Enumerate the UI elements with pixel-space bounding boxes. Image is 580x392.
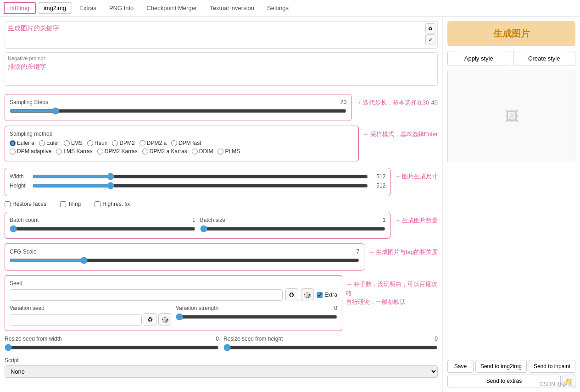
sampling-steps-box: Sampling Steps 20 bbox=[5, 94, 351, 121]
batch-size-slider[interactable] bbox=[200, 225, 386, 232]
prompt-icon-recycle[interactable]: ♻ bbox=[425, 23, 435, 33]
annotation-sampling: → 采样模式，基本选择Euler bbox=[362, 126, 438, 138]
sampling-methods-row1: Euler a Euler LMS Heun DPM2 DPM2 a DPM f… bbox=[10, 140, 354, 146]
var-strength-slider[interactable] bbox=[176, 313, 337, 320]
width-row: Width 512 bbox=[10, 173, 385, 180]
negative-prompt-input[interactable]: 排除的关键字 bbox=[8, 63, 435, 81]
radio-dpm2[interactable]: DPM2 bbox=[112, 140, 134, 146]
sampling-methods-row2: DPM adaptive LMS Karras DPM2 Karras DPM2… bbox=[10, 148, 354, 155]
size-wrapper: Width 512 Height 512 → 图片生成尺寸 bbox=[5, 168, 438, 201]
sampling-steps-slider[interactable] bbox=[10, 107, 346, 115]
sampling-method-label: Sampling method bbox=[10, 131, 354, 137]
cfg-box: CFG Scale 7 bbox=[5, 243, 364, 271]
batch-inner: Batch count 1 Batch size 1 bbox=[10, 217, 385, 234]
radio-dpm-fast[interactable]: DPM fast bbox=[171, 140, 201, 146]
seed-label: Seed bbox=[10, 280, 337, 287]
var-seed-recycle-btn[interactable]: ♻ bbox=[144, 313, 156, 326]
var-strength-label-row: Variation strength 0 bbox=[176, 305, 337, 311]
tab-checkpoint-merger[interactable]: Checkpoint Merger bbox=[141, 3, 202, 13]
tab-extras[interactable]: Extras bbox=[74, 3, 102, 13]
script-box: Script None bbox=[5, 357, 438, 378]
cfg-slider[interactable] bbox=[10, 257, 359, 264]
resize-height-slider[interactable] bbox=[223, 344, 438, 351]
negative-prompt-area: Negative prompt 排除的关键字 bbox=[5, 52, 438, 86]
var-seed-label-row: Variation seed bbox=[10, 305, 171, 311]
radio-euler[interactable]: Euler bbox=[39, 140, 59, 146]
seed-box: Seed 1 ♻ 🎲 Extra Variation seed bbox=[5, 275, 342, 331]
script-label: Script bbox=[5, 357, 438, 364]
annotation-steps: → 迭代步长，基本选择在30-40 bbox=[355, 94, 438, 107]
radio-dpm2-karras[interactable]: DPM2 Karras bbox=[97, 148, 138, 155]
create-style-button[interactable]: Create style bbox=[513, 51, 576, 66]
cfg-wrapper: CFG Scale 7 → 生成图片与tag的相关度 bbox=[5, 243, 438, 275]
prompt-section: 生成图片的关键字 ♻ ↙ Negative prompt 排除的关键字 bbox=[5, 21, 438, 90]
resize-width-slider[interactable] bbox=[5, 344, 219, 351]
height-label: Height bbox=[10, 182, 33, 189]
resize-inner: Resize seed from width 0 Resize seed fro… bbox=[5, 336, 438, 353]
restore-faces-checkbox[interactable]: Restore faces bbox=[5, 201, 46, 207]
script-select[interactable]: None bbox=[5, 365, 438, 378]
var-seed-input[interactable]: 1 bbox=[10, 314, 142, 326]
var-seed-input-row: 1 ♻ 🎲 bbox=[10, 313, 171, 326]
prompt-input[interactable]: 生成图片的关键字 bbox=[8, 24, 435, 43]
resize-width-col: Resize seed from width 0 bbox=[5, 336, 219, 353]
cfg-label: CFG Scale bbox=[10, 248, 37, 255]
width-slider[interactable] bbox=[33, 173, 368, 180]
send-inpaint-button[interactable]: Send to inpaint bbox=[529, 360, 575, 373]
radio-ddim[interactable]: DDIM bbox=[192, 148, 213, 155]
width-label: Width bbox=[10, 173, 33, 180]
radio-plms[interactable]: PLMS bbox=[218, 148, 240, 155]
variation-row: Variation seed 1 ♻ 🎲 Variation strength … bbox=[10, 305, 337, 326]
height-value: 512 bbox=[372, 182, 385, 189]
radio-euler-a[interactable]: Euler a bbox=[10, 140, 34, 146]
tab-txt2img[interactable]: txt2img bbox=[4, 2, 36, 14]
tiling-checkbox[interactable]: Tiling bbox=[60, 201, 81, 207]
radio-lms[interactable]: LMS bbox=[64, 140, 83, 146]
variation-strength-col: Variation strength 0 bbox=[176, 305, 337, 326]
seed-input-row: 1 ♻ 🎲 Extra bbox=[10, 288, 337, 301]
batch-wrapper: Batch count 1 Batch size 1 → 生成图片数量 bbox=[5, 212, 438, 243]
radio-dpm-adaptive[interactable]: DPM adaptive bbox=[10, 148, 51, 155]
width-value: 512 bbox=[372, 173, 385, 180]
radio-heun[interactable]: Heun bbox=[87, 140, 108, 146]
main-layout: 文本转图片 ↓ 图片转图片 ↓ 生成图片的关键字 ♻ ↙ bbox=[0, 17, 580, 392]
sampling-steps-value: 20 bbox=[340, 99, 346, 105]
seed-dice-btn[interactable]: 🎲 bbox=[301, 288, 314, 301]
batch-count-label: Batch count 1 bbox=[10, 217, 195, 223]
batch-count-col: Batch count 1 bbox=[10, 217, 195, 234]
watermark: CSDN @多木_ bbox=[540, 381, 576, 388]
left-panel: 文本转图片 ↓ 图片转图片 ↓ 生成图片的关键字 ♻ ↙ bbox=[0, 17, 442, 392]
radio-lms-karras[interactable]: LMS Karras bbox=[56, 148, 92, 155]
tab-settings[interactable]: Settings bbox=[262, 3, 294, 13]
sampling-steps-label: Sampling Steps bbox=[10, 99, 48, 105]
var-seed-dice-btn[interactable]: 🎲 bbox=[158, 313, 171, 326]
height-slider[interactable] bbox=[33, 182, 368, 189]
sampling-method-box: Sampling method Euler a Euler LMS Heun D… bbox=[5, 126, 359, 161]
seed-recycle-btn[interactable]: ♻ bbox=[285, 288, 298, 301]
sampling-steps-wrapper: Sampling Steps 20 → 迭代步长，基本选择在30-40 bbox=[5, 94, 438, 126]
annotation-batch: → 生成图片数量 bbox=[394, 212, 438, 225]
resize-width-label-row: Resize seed from width 0 bbox=[5, 336, 219, 342]
prompt-area: 生成图片的关键字 ♻ ↙ bbox=[5, 21, 438, 49]
prompt-icon-buttons: ♻ ↙ bbox=[425, 23, 435, 44]
seed-input[interactable]: 1 bbox=[10, 289, 283, 301]
tab-textual-inversion[interactable]: Textual inversion bbox=[204, 3, 260, 13]
generate-button[interactable]: 生成图片 bbox=[447, 21, 575, 46]
tab-img2img[interactable]: img2img bbox=[38, 2, 72, 14]
send-img2img-button[interactable]: Send to img2img bbox=[475, 360, 527, 373]
batch-size-label: Batch size 1 bbox=[200, 217, 386, 223]
negative-prompt-label: Negative prompt bbox=[8, 55, 435, 61]
highres-fix-checkbox[interactable]: Highres. fix bbox=[95, 201, 130, 207]
save-button[interactable]: Save bbox=[447, 360, 474, 373]
batch-box: Batch count 1 Batch size 1 bbox=[5, 212, 390, 239]
extra-checkbox[interactable]: Extra bbox=[317, 292, 337, 298]
tab-png-info[interactable]: PNG Info bbox=[104, 3, 139, 13]
apply-style-button[interactable]: Apply style bbox=[447, 51, 510, 66]
radio-dpm2a-karras[interactable]: DPM2 a Karras bbox=[142, 148, 187, 155]
right-panel: 生成图片 Apply style Create style 🖼 Save Sen… bbox=[442, 17, 580, 392]
batch-count-slider[interactable] bbox=[10, 225, 195, 232]
height-row: Height 512 bbox=[10, 182, 385, 189]
radio-dpm2a[interactable]: DPM2 a bbox=[139, 140, 167, 146]
prompt-icon-resize[interactable]: ↙ bbox=[425, 34, 435, 44]
style-buttons: Apply style Create style bbox=[447, 51, 575, 66]
